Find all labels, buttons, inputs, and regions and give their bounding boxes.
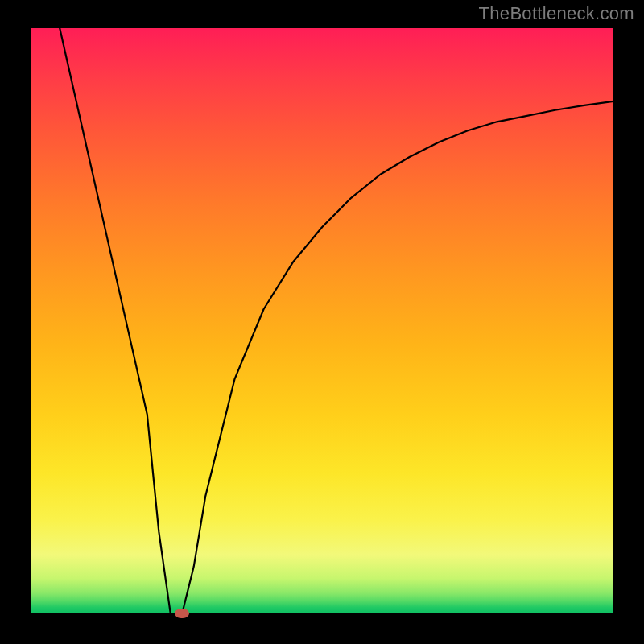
optimal-marker (175, 609, 189, 618)
watermark-text: TheBottleneck.com (479, 3, 634, 24)
chart-frame: TheBottleneck.com (0, 0, 644, 644)
curve-path (60, 28, 613, 613)
bottleneck-curve (31, 28, 613, 613)
